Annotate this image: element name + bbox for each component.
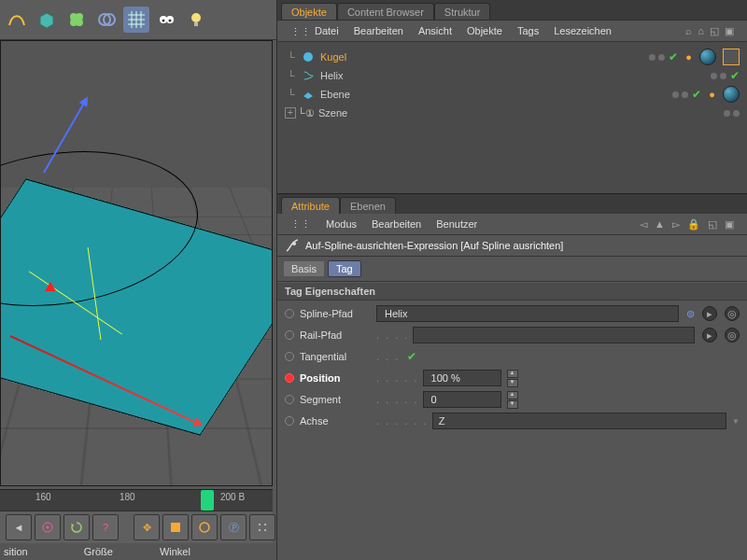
- tree-row-ebene[interactable]: └ Ebene ✔ ●: [285, 85, 740, 104]
- visibility-check-icon[interactable]: ✔: [730, 70, 740, 81]
- menu-datei[interactable]: Datei: [315, 25, 339, 36]
- object-marker: [45, 282, 54, 291]
- attr-menu-modus[interactable]: Modus: [326, 218, 357, 230]
- target-picker-button[interactable]: ◎: [725, 328, 740, 343]
- nav-next-icon[interactable]: ▻: [672, 218, 680, 231]
- achse-dropdown[interactable]: Z: [432, 413, 726, 429]
- attr-menu-benutzer[interactable]: Benutzer: [436, 218, 477, 230]
- nav-up-icon[interactable]: ▲: [655, 218, 665, 231]
- anim-toggle[interactable]: [285, 352, 294, 361]
- move-button[interactable]: ✥: [134, 514, 160, 540]
- anim-toggle[interactable]: [285, 395, 294, 404]
- home-icon[interactable]: ⌂: [698, 25, 704, 37]
- keyframe-icon[interactable]: ●: [685, 51, 692, 63]
- params-list: Spline-Pfad ⊜ ▸ ◎ Rail-Pfad . . . . ▸ ◎ …: [277, 301, 747, 441]
- viewport[interactable]: [0, 40, 273, 486]
- lock-icon[interactable]: 🔒: [687, 218, 700, 231]
- rail-path-field[interactable]: [413, 327, 695, 343]
- svg-point-9: [169, 20, 172, 22]
- grid-tool-icon[interactable]: [123, 7, 149, 33]
- spline-tool-icon[interactable]: [4, 7, 30, 33]
- bulb-tool-icon[interactable]: [183, 7, 209, 33]
- timeline-playhead[interactable]: [201, 490, 214, 511]
- material-tag-icon[interactable]: [699, 49, 716, 65]
- menu-bearbeiten[interactable]: Bearbeiten: [354, 25, 403, 36]
- timeline-tick: 180: [120, 492, 135, 502]
- tab-struktur[interactable]: Struktur: [434, 3, 491, 20]
- bottom-toolbar: ◄ ? ✥ Ⓟ ▮▮: [0, 511, 273, 543]
- spline-path-input[interactable]: [383, 307, 672, 320]
- sphere-icon: [302, 50, 315, 63]
- tab-objekte[interactable]: Objekte: [281, 3, 337, 20]
- grid-snap-button[interactable]: [249, 514, 275, 540]
- position-input[interactable]: [430, 371, 495, 385]
- expand-icon[interactable]: ▣: [725, 218, 734, 231]
- menu-lesezeichen[interactable]: Lesezeichen: [554, 25, 612, 36]
- picker-button[interactable]: ▸: [702, 306, 717, 321]
- position-field[interactable]: [423, 370, 501, 386]
- clover-tool-icon[interactable]: [63, 7, 90, 33]
- param-label: Spline-Pfad: [300, 308, 373, 319]
- svg-point-19: [264, 529, 266, 531]
- cube-tool-icon[interactable]: [34, 7, 60, 33]
- visibility-check-icon[interactable]: ✔: [692, 89, 701, 100]
- expression-title: Auf-Spline-ausrichten-Expression [Auf Sp…: [305, 240, 563, 251]
- segment-spinner[interactable]: ▲▼: [507, 391, 518, 409]
- keyframe-icon[interactable]: ●: [709, 89, 715, 100]
- spline-path-field[interactable]: [376, 305, 679, 322]
- tab-ebenen[interactable]: Ebenen: [340, 197, 396, 214]
- material-tag-icon[interactable]: [723, 86, 740, 103]
- menu-ansicht[interactable]: Ansicht: [418, 25, 452, 36]
- pivot-button[interactable]: Ⓟ: [220, 514, 247, 540]
- param-dots: . . . .: [376, 329, 409, 341]
- anim-toggle[interactable]: [285, 373, 294, 383]
- object-menubar: ⋮⋮ Datei Bearbeiten Ansicht Objekte Tags…: [277, 20, 747, 42]
- boolean-tool-icon[interactable]: [93, 7, 120, 33]
- nav-back-button[interactable]: ◄: [6, 514, 32, 540]
- expand-icon[interactable]: ▣: [725, 25, 734, 37]
- help-button[interactable]: ?: [92, 514, 119, 540]
- visibility-check-icon[interactable]: ✔: [669, 51, 678, 63]
- menu-tags[interactable]: Tags: [517, 25, 539, 36]
- target-button[interactable]: [35, 514, 61, 540]
- scene-icon: └①: [300, 106, 313, 119]
- scale-button[interactable]: [162, 514, 189, 540]
- position-spinner[interactable]: ▲▼: [507, 370, 518, 387]
- search-icon[interactable]: ⌕: [685, 25, 692, 37]
- undock-icon[interactable]: ◱: [710, 25, 719, 37]
- dropdown-arrow-icon[interactable]: ▼: [732, 417, 740, 426]
- link-icon[interactable]: ⊜: [686, 308, 695, 320]
- menu-grip-icon[interactable]: ⋮⋮: [290, 218, 311, 231]
- target-picker-button[interactable]: ◎: [725, 306, 740, 321]
- attr-menu-bearbeiten[interactable]: Bearbeiten: [372, 218, 421, 230]
- rotate-button[interactable]: [191, 514, 218, 540]
- segment-input[interactable]: [430, 393, 495, 406]
- tangential-checkbox[interactable]: ✔: [407, 351, 416, 362]
- undock-icon[interactable]: ◱: [708, 218, 717, 231]
- nav-prev-icon[interactable]: ◅: [640, 218, 647, 231]
- segment-field[interactable]: [423, 391, 501, 408]
- chip-tag[interactable]: Tag: [328, 260, 361, 277]
- picker-button[interactable]: ▸: [702, 328, 717, 343]
- tree-row-kugel[interactable]: └ Kugel ✔ ●: [285, 48, 740, 66]
- tab-content-browser[interactable]: Content Browser: [337, 3, 434, 20]
- menu-grip-icon[interactable]: ⋮⋮: [290, 26, 300, 35]
- rail-path-input[interactable]: [419, 329, 688, 342]
- timeline-tick: 160: [35, 492, 51, 502]
- tab-attribute[interactable]: Attribute: [281, 197, 340, 214]
- tree-row-szene[interactable]: + └① Szene: [285, 104, 740, 122]
- param-dots: . . . . . .: [376, 415, 429, 427]
- timeline[interactable]: 160 180 200 B: [0, 489, 273, 511]
- anim-toggle[interactable]: [285, 309, 294, 318]
- object-tree: └ Kugel ✔ ● └ Helix ✔ └ Ebene ✔ ●: [277, 42, 747, 193]
- chip-basis[interactable]: Basis: [283, 260, 325, 277]
- param-dots: . . .: [376, 351, 400, 362]
- anim-toggle[interactable]: [285, 416, 294, 426]
- eyes-tool-icon[interactable]: [153, 7, 179, 33]
- svg-point-13: [47, 526, 49, 529]
- tree-row-helix[interactable]: └ Helix ✔: [285, 66, 740, 85]
- menu-objekte[interactable]: Objekte: [467, 25, 502, 36]
- anim-toggle[interactable]: [285, 330, 294, 340]
- reset-button[interactable]: [63, 514, 90, 540]
- align-spline-tag-icon[interactable]: [723, 49, 740, 65]
